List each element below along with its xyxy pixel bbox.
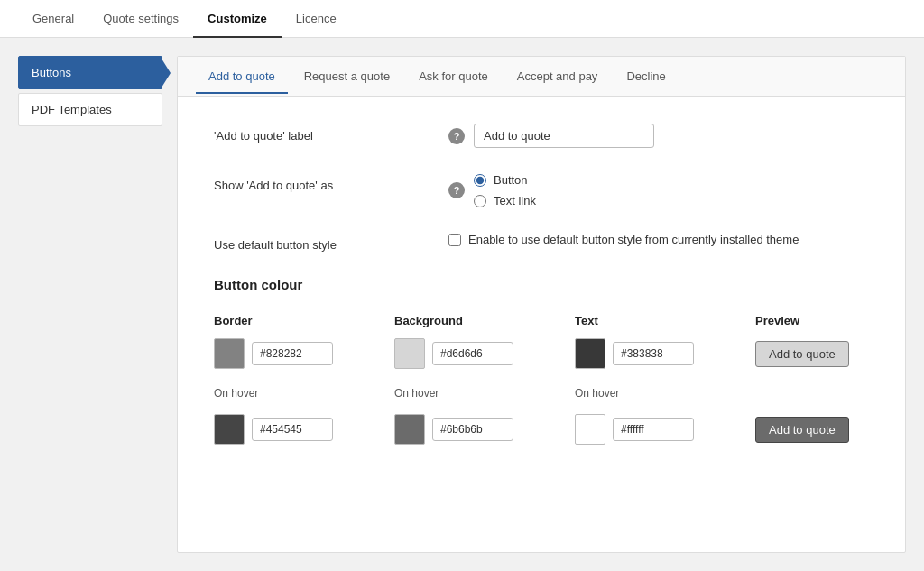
label-field-controls: ? [448, 124, 869, 148]
top-navigation: General Quote settings Customize Licence [0, 0, 924, 38]
radio-text-link-label: Text link [494, 194, 536, 207]
content-body: 'Add to quote' label ? Show 'Add to quot… [178, 97, 905, 486]
background-hover-input[interactable] [432, 418, 513, 441]
preview-hover-cell: Add to quote [755, 417, 869, 443]
background-hover-swatch[interactable] [394, 414, 425, 445]
show-as-field-row: Show 'Add to quote' as ? Button Text lin… [214, 173, 869, 207]
preview-normal-button[interactable]: Add to quote [755, 341, 849, 367]
label-text-input[interactable] [474, 124, 654, 148]
radio-button-label: Button [494, 173, 528, 187]
sidebar-item-pdf-templates[interactable]: PDF Templates [18, 93, 162, 126]
radio-text-link-option[interactable]: Text link [474, 194, 536, 207]
preview-normal-cell: Add to quote [755, 341, 869, 367]
content-area: Add to quote Request a quote Ask for quo… [177, 56, 906, 553]
sidebar-item-buttons[interactable]: Buttons [18, 56, 162, 89]
button-colour-section-title: Button colour [214, 277, 869, 292]
preview-hover-button[interactable]: Add to quote [755, 417, 849, 443]
subtab-add-to-quote[interactable]: Add to quote [196, 60, 288, 94]
border-hover-swatch[interactable] [214, 414, 245, 445]
default-style-checkbox-item[interactable]: Enable to use default button style from … [448, 233, 799, 246]
default-style-row: Use default button style Enable to use d… [214, 233, 869, 252]
default-style-checkbox-label: Enable to use default button style from … [468, 233, 799, 246]
background-hover-cell [394, 414, 575, 445]
text-hover-cell [575, 414, 755, 445]
default-style-controls: Enable to use default button style from … [448, 233, 869, 246]
background-normal-input[interactable] [432, 342, 513, 365]
background-normal-cell [394, 338, 575, 369]
border-col-header: Border [214, 314, 394, 327]
subtab-decline[interactable]: Decline [614, 60, 678, 94]
label-help-icon[interactable]: ? [448, 128, 465, 144]
label-field-row: 'Add to quote' label ? [214, 124, 869, 148]
tab-customize[interactable]: Customize [193, 1, 282, 38]
background-normal-swatch[interactable] [394, 338, 425, 369]
text-normal-input[interactable] [613, 342, 694, 365]
text-hover-label: On hover [575, 383, 755, 400]
tab-general[interactable]: General [18, 1, 88, 38]
sidebar: Buttons PDF Templates [18, 56, 162, 553]
background-col-header: Background [394, 314, 575, 327]
radio-button-option[interactable]: Button [474, 173, 536, 187]
tab-quote-settings[interactable]: Quote settings [88, 1, 193, 38]
border-hover-label: On hover [214, 383, 394, 400]
show-as-help-icon[interactable]: ? [448, 182, 465, 198]
hover-color-row: Add to quote [214, 414, 869, 445]
border-normal-swatch[interactable] [214, 338, 245, 369]
text-hover-swatch[interactable] [575, 414, 605, 445]
border-normal-input[interactable] [252, 342, 333, 365]
preview-col-header: Preview [755, 314, 869, 327]
radio-text-link-input[interactable] [474, 195, 486, 207]
on-hover-labels-row: On hover On hover On hover [214, 383, 869, 407]
show-as-radio-group: Button Text link [474, 173, 536, 207]
background-hover-label: On hover [394, 383, 575, 400]
label-field-label: 'Add to quote' label [214, 124, 448, 143]
tab-licence[interactable]: Licence [282, 1, 351, 38]
subtab-ask-for-quote[interactable]: Ask for quote [406, 60, 501, 94]
main-layout: Buttons PDF Templates Add to quote Reque… [0, 38, 924, 571]
normal-color-row: Add to quote [214, 338, 869, 369]
subtab-request-a-quote[interactable]: Request a quote [291, 60, 402, 94]
default-style-label: Use default button style [214, 233, 448, 252]
subtab-accept-and-pay[interactable]: Accept and pay [504, 60, 611, 94]
text-col-header: Text [575, 314, 755, 327]
color-table-headers: Border Background Text Preview [214, 314, 869, 327]
default-style-checkbox[interactable] [448, 234, 461, 246]
border-hover-input[interactable] [252, 418, 333, 441]
radio-button-input[interactable] [474, 174, 486, 187]
show-as-controls: ? Button Text link [448, 173, 869, 207]
text-normal-swatch[interactable] [575, 338, 605, 369]
border-normal-cell [214, 338, 394, 369]
show-as-label: Show 'Add to quote' as [214, 173, 448, 192]
text-hover-input[interactable] [613, 418, 694, 441]
text-normal-cell [575, 338, 755, 369]
sub-tabs: Add to quote Request a quote Ask for quo… [178, 57, 905, 97]
border-hover-cell [214, 414, 394, 445]
